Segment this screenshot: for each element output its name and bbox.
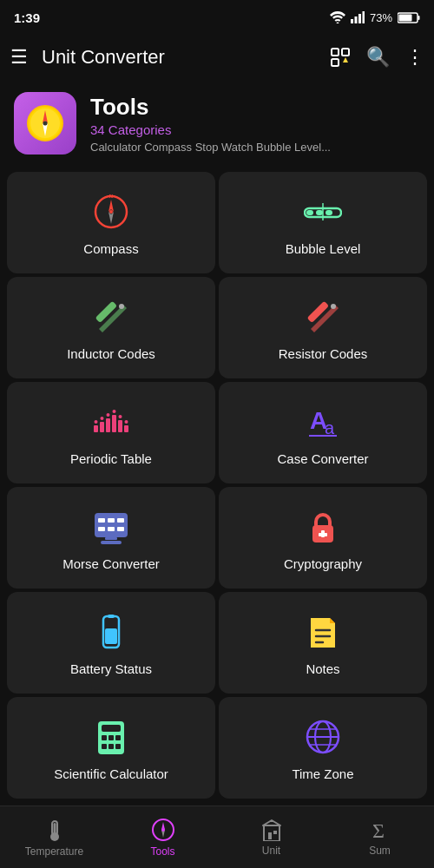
svg-point-43 [119,415,122,418]
svg-rect-36 [112,415,116,432]
svg-point-42 [113,410,116,413]
periodic-icon [92,403,130,441]
category-description: Calculator Compass Stop Watch Bubble Lev… [90,141,331,154]
top-bar-actions: 🔍 ⋮ [330,46,424,69]
grid-item-morse[interactable]: Morse Converter [7,487,215,589]
svg-point-0 [336,23,339,24]
bottom-nav: Temperature Tools Unit Σ [0,806,434,868]
svg-point-32 [331,304,336,309]
globe-icon [304,718,342,756]
nav-item-tools[interactable]: Tools [108,818,217,858]
svg-rect-63 [108,615,115,618]
case-icon: A a [304,403,342,441]
status-time: 1:39 [14,10,40,25]
nav-item-unit[interactable]: Unit [217,819,326,857]
svg-rect-60 [319,533,327,536]
fav-grid-button[interactable] [330,47,351,68]
svg-rect-73 [108,744,114,749]
svg-text:Σ: Σ [372,819,385,841]
compass-label: Compass [83,241,138,256]
svg-point-20 [109,210,113,214]
category-count: 34 Categories [90,122,331,137]
resistor-label: Resistor Codes [279,346,368,361]
nav-sum-label: Sum [369,845,391,857]
svg-rect-35 [106,418,110,432]
status-icons: 73% [330,11,420,24]
svg-point-39 [95,420,98,424]
svg-rect-90 [273,831,277,834]
grid-item-timezone[interactable]: Time Zone [219,697,427,799]
bubble-level-label: Bubble Level [286,241,361,256]
svg-rect-23 [306,210,313,215]
svg-rect-68 [102,725,121,732]
svg-marker-11 [343,57,348,62]
nav-unit-label: Unit [262,845,280,857]
svg-rect-4 [362,11,365,23]
notes-label: Notes [306,661,339,676]
status-bar: 1:39 73% [0,0,434,31]
compass-nav-icon [151,818,175,842]
nav-item-temperature[interactable]: Temperature [0,818,108,858]
nav-temperature-label: Temperature [25,845,83,858]
grid-item-notes[interactable]: Notes [219,592,427,694]
svg-rect-33 [94,425,98,432]
svg-marker-88 [263,820,280,825]
battery-label: Battery Status [70,661,152,676]
svg-point-44 [125,420,128,424]
svg-point-40 [101,417,104,420]
svg-rect-48 [95,513,128,537]
svg-rect-54 [117,527,124,531]
menu-button[interactable]: ☰ [10,46,28,69]
svg-rect-71 [115,735,121,740]
grid-item-crypto[interactable]: Cryptography [219,487,427,589]
search-button[interactable]: 🔍 [366,46,390,69]
svg-rect-6 [418,16,420,20]
periodic-label: Periodic Table [70,451,152,466]
svg-rect-8 [332,49,339,56]
grid-item-case[interactable]: A a Case Converter [219,382,427,483]
grid-item-resistor[interactable]: Resistor Codes [219,277,427,378]
grid-item-inductor[interactable]: Inductor Codes [7,277,215,378]
svg-rect-74 [115,744,121,749]
svg-marker-18 [108,200,114,212]
category-icon [14,92,76,155]
battery-status-icon [92,613,130,651]
svg-point-82 [50,832,59,841]
category-header: Tools 34 Categories Calculator Compass S… [0,83,434,168]
top-bar: ☰ Unit Converter 🔍 ⋮ [0,31,434,83]
compass-icon: N [92,193,130,231]
grid-item-compass[interactable]: N Compass [7,172,215,273]
nav-tools-label: Tools [150,845,174,858]
svg-rect-89 [268,832,272,839]
signal-icon [351,11,365,23]
wifi-icon [330,11,345,23]
svg-rect-51 [117,518,124,523]
svg-rect-25 [326,210,332,215]
more-button[interactable]: ⋮ [405,46,424,69]
svg-rect-9 [342,49,349,56]
bubble-level-icon [304,193,342,231]
inductor-icon [92,298,130,336]
grid-item-calc[interactable]: Scientific Calculator [7,697,215,799]
grid-item-bubble-level[interactable]: Bubble Level [219,172,427,273]
notes-icon [304,613,342,651]
calc-icon [92,718,130,756]
morse-label: Morse Converter [62,556,160,571]
svg-rect-1 [351,19,353,23]
resistor-icon [304,298,342,336]
svg-rect-70 [108,735,114,740]
nav-item-sum[interactable]: Σ Sum [326,819,434,857]
svg-rect-3 [358,14,361,23]
case-label: Case Converter [277,451,368,466]
building-icon [261,819,282,841]
svg-rect-24 [316,210,323,215]
svg-rect-72 [102,744,107,749]
calc-label: Scientific Calculator [54,766,168,781]
svg-rect-52 [98,527,105,531]
svg-point-41 [107,413,110,417]
svg-point-16 [43,122,48,126]
grid-item-battery[interactable]: Battery Status [7,592,215,694]
grid-item-periodic[interactable]: Periodic Table [7,382,215,483]
svg-rect-10 [332,59,339,66]
svg-rect-56 [105,537,117,540]
